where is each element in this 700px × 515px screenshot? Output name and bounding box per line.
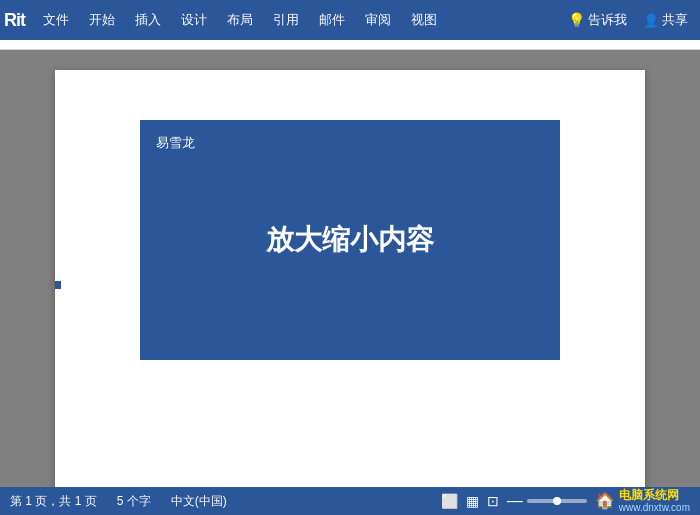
slide-title: 放大缩小内容 (266, 221, 434, 259)
status-bar: 第 1 页，共 1 页 5 个字 中文(中国) ⬜ ▦ ⊡ — 🏠 电脑系统网 … (0, 487, 700, 515)
menu-right: 💡 告诉我 👤 共享 (560, 5, 696, 35)
slide-author: 易雪龙 (156, 134, 195, 152)
tell-me-button[interactable]: 💡 告诉我 (560, 5, 635, 35)
menu-bar: Rit 文件 开始 插入 设计 布局 引用 邮件 审阅 视图 💡 告诉我 👤 共… (0, 0, 700, 40)
menu-design[interactable]: 设计 (171, 5, 217, 35)
read-mode-icon[interactable]: ▦ (466, 493, 479, 509)
share-button[interactable]: 👤 共享 (635, 5, 696, 35)
tell-me-label: 告诉我 (588, 11, 627, 29)
menu-insert[interactable]: 插入 (125, 5, 171, 35)
app-logo: Rit (4, 10, 25, 31)
document-area: 易雪龙 放大缩小内容 (0, 50, 700, 487)
status-right: ⬜ ▦ ⊡ — 🏠 电脑系统网 www.dnxtw.com (441, 488, 690, 514)
web-view-icon[interactable]: ⊡ (487, 493, 499, 509)
menu-view[interactable]: 视图 (401, 5, 447, 35)
watermark-line2: www.dnxtw.com (619, 502, 690, 514)
ribbon (0, 40, 700, 50)
menu-start[interactable]: 开始 (79, 5, 125, 35)
zoom-thumb (553, 497, 561, 505)
lightbulb-icon: 💡 (568, 12, 585, 28)
watermark-text: 电脑系统网 www.dnxtw.com (619, 488, 690, 514)
watermark: 🏠 电脑系统网 www.dnxtw.com (595, 488, 690, 514)
zoom-slider[interactable] (527, 499, 587, 503)
page-left-mark (55, 281, 61, 289)
doc-layout-icon[interactable]: ⬜ (441, 493, 458, 509)
menu-mail[interactable]: 邮件 (309, 5, 355, 35)
watermark-line1: 电脑系统网 (619, 488, 690, 502)
menu-reference[interactable]: 引用 (263, 5, 309, 35)
word-count: 5 个字 (117, 493, 151, 510)
menu-file[interactable]: 文件 (33, 5, 79, 35)
menu-layout[interactable]: 布局 (217, 5, 263, 35)
person-icon: 👤 (643, 13, 659, 28)
page-info: 第 1 页，共 1 页 (10, 493, 97, 510)
zoom-bar: — (507, 492, 587, 510)
share-label: 共享 (662, 11, 688, 29)
zoom-minus-icon[interactable]: — (507, 492, 523, 510)
document-page: 易雪龙 放大缩小内容 (55, 70, 645, 487)
house-icon: 🏠 (595, 491, 615, 510)
menu-review[interactable]: 审阅 (355, 5, 401, 35)
slide-container: 易雪龙 放大缩小内容 (140, 120, 560, 360)
language: 中文(中国) (171, 493, 227, 510)
